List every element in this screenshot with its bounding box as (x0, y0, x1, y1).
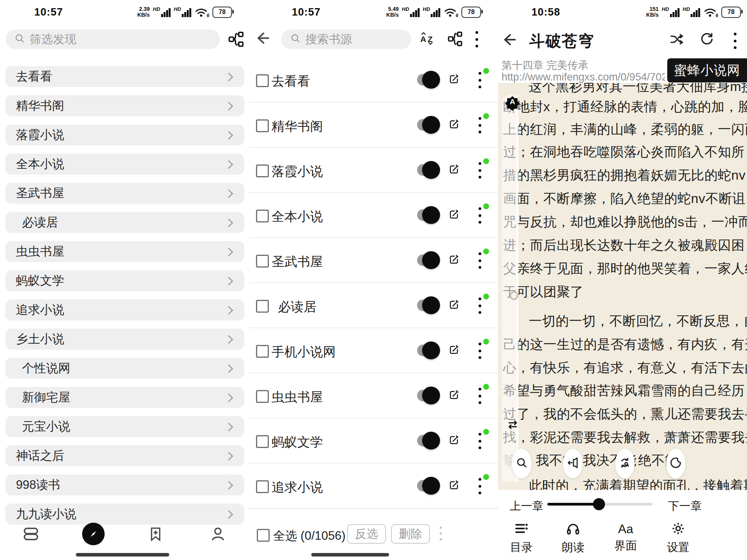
speaker-back-bubble-button[interactable] (563, 449, 582, 478)
search-refresh-bubble-button[interactable] (615, 449, 635, 478)
back-button[interactable] (501, 32, 517, 49)
row-menu-button[interactable] (479, 162, 481, 178)
row-checkbox[interactable] (256, 210, 269, 222)
nav-discovery-active[interactable] (76, 516, 111, 551)
source-row[interactable]: 落霞小说 (249, 147, 498, 192)
edit-source-button[interactable] (448, 344, 460, 357)
source-group-button[interactable] (447, 31, 463, 48)
source-row[interactable]: 蚂蚁文学 (249, 418, 498, 463)
enabled-toggle[interactable] (417, 435, 438, 446)
refresh-icon[interactable] (700, 32, 714, 48)
source-search-input[interactable]: 搜索书源 (281, 30, 411, 49)
edit-source-button[interactable] (448, 480, 460, 493)
row-menu-button[interactable] (479, 433, 481, 449)
nav-subscription[interactable] (138, 516, 173, 551)
source-row[interactable]: 去看看 (249, 57, 498, 102)
enabled-toggle[interactable] (417, 480, 438, 492)
row-checkbox[interactable] (256, 435, 269, 448)
prev-chapter-button[interactable]: 上一章 (510, 499, 544, 514)
overflow-menu-button[interactable] (734, 33, 736, 49)
edit-source-button[interactable] (448, 254, 460, 267)
discovery-source-item[interactable]: 998读书 (5, 474, 244, 495)
chapter-url[interactable]: http://www.mifengxs.com/0/954/702877... (502, 71, 665, 83)
reader-nav-toc[interactable]: 目录 (500, 521, 543, 555)
enabled-toggle[interactable] (417, 299, 438, 311)
discovery-search-input[interactable]: 筛选发现 (5, 30, 220, 49)
swap-horizontal-icon[interactable] (507, 418, 519, 432)
source-row[interactable]: 追求小说 (249, 463, 498, 508)
row-checkbox[interactable] (256, 74, 269, 87)
slider-thumb[interactable] (593, 498, 605, 510)
source-row[interactable]: 精华书阁 (249, 102, 498, 147)
discovery-source-item[interactable]: 个性说网 (5, 358, 244, 379)
discovery-source-item[interactable]: 虫虫书屋 (5, 241, 244, 262)
home-indicator[interactable] (76, 553, 169, 556)
enabled-toggle[interactable] (417, 119, 438, 131)
row-menu-button[interactable] (479, 207, 481, 224)
row-menu-button[interactable] (479, 478, 481, 494)
edit-source-button[interactable] (448, 119, 460, 132)
reader-nav-headphones[interactable]: 朗读 (552, 521, 594, 555)
enabled-toggle[interactable] (417, 164, 438, 176)
row-menu-button[interactable] (479, 72, 481, 88)
nav-bookshelf[interactable] (14, 516, 49, 551)
nav-profile[interactable] (200, 516, 235, 551)
discovery-source-item[interactable]: 全本小说 (5, 154, 244, 175)
source-row[interactable]: 圣武书屋 (249, 238, 498, 283)
discovery-source-item[interactable]: 追求小说 (5, 299, 244, 320)
row-checkbox[interactable] (256, 255, 269, 268)
delete-button[interactable]: 删除 (391, 524, 430, 544)
sort-az-button[interactable]: AZ (419, 31, 435, 47)
row-checkbox[interactable] (256, 480, 269, 493)
search-bubble-button[interactable] (512, 449, 531, 478)
row-checkbox[interactable] (256, 300, 269, 313)
source-row[interactable]: 必读居 (249, 283, 498, 328)
row-menu-button[interactable] (479, 343, 481, 359)
back-button[interactable] (254, 30, 270, 47)
enabled-toggle[interactable] (417, 74, 438, 86)
auto-read-badge[interactable]: A (505, 96, 520, 112)
discovery-source-item[interactable]: 必读居 (5, 212, 244, 233)
source-row[interactable]: 手机小说网 (249, 328, 498, 373)
enabled-toggle[interactable] (417, 209, 438, 221)
home-indicator[interactable] (311, 553, 389, 556)
edit-source-button[interactable] (448, 389, 460, 402)
discovery-source-item[interactable]: 新御宅屋 (5, 387, 244, 408)
edit-source-button[interactable] (448, 74, 460, 87)
edit-source-button[interactable] (448, 434, 460, 448)
row-menu-button[interactable] (479, 298, 481, 314)
chapter-progress-slider[interactable] (547, 503, 652, 506)
discovery-source-item[interactable]: 圣武书屋 (5, 183, 244, 204)
row-menu-button[interactable] (479, 252, 481, 269)
discovery-source-item[interactable]: 蚂蚁文学 (5, 270, 244, 291)
edit-source-button[interactable] (448, 164, 460, 177)
discovery-source-item[interactable]: 乡土小说 (5, 329, 244, 350)
source-row[interactable]: 全本小说 (249, 192, 498, 238)
discovery-source-item[interactable]: 落霞小说 (5, 124, 244, 145)
enabled-toggle[interactable] (417, 345, 438, 356)
enabled-toggle[interactable] (417, 254, 438, 266)
crescent-bubble-button[interactable] (666, 449, 686, 478)
edit-source-button[interactable] (448, 299, 460, 312)
edit-source-button[interactable] (448, 209, 460, 222)
overflow-menu-button[interactable] (475, 31, 478, 47)
row-menu-button[interactable] (479, 388, 481, 404)
row-checkbox[interactable] (256, 345, 269, 358)
row-checkbox[interactable] (256, 390, 269, 403)
row-checkbox[interactable] (256, 164, 269, 177)
source-group-button[interactable] (228, 31, 244, 49)
select-all-checkbox[interactable] (257, 529, 270, 542)
invert-selection-button[interactable]: 反选 (347, 524, 386, 544)
reader-nav-font[interactable]: Aa界面 (604, 521, 647, 554)
next-chapter-button[interactable]: 下一章 (668, 499, 702, 514)
discovery-source-item[interactable]: 去看看 (5, 66, 244, 87)
source-row[interactable]: 虫虫书屋 (249, 373, 498, 418)
discovery-source-item[interactable]: 神话之后 (5, 445, 244, 466)
enabled-toggle[interactable] (417, 390, 438, 401)
row-menu-button[interactable] (479, 117, 481, 133)
discovery-source-item[interactable]: 精华书阁 (5, 95, 244, 116)
reader-nav-gear[interactable]: 设置 (657, 521, 700, 555)
discovery-source-item[interactable]: 元宝小说 (5, 416, 244, 437)
reader-progress-knob[interactable] (510, 291, 518, 300)
footer-menu-button[interactable] (440, 527, 442, 541)
